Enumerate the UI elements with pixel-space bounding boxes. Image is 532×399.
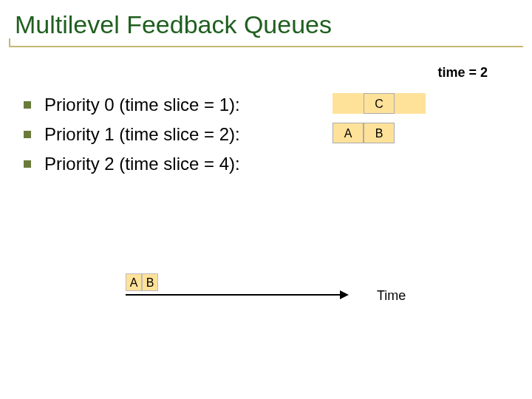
timeline-cell: A: [126, 273, 142, 291]
queue-cell: A: [332, 123, 364, 143]
timeline-cell: B: [142, 273, 158, 291]
timeline-axis-label: Time: [377, 288, 406, 304]
bullet-icon: [24, 131, 31, 138]
slide: Multilevel Feedback Queues time = 2 Prio…: [0, 0, 532, 399]
bullet-icon: [24, 101, 31, 109]
bullet-text: Priority 1 (time slice = 2):: [44, 124, 240, 145]
title-rule: [9, 46, 523, 47]
bullet-text: Priority 2 (time slice = 4):: [44, 154, 240, 174]
timeline-boxes: AB: [126, 273, 347, 293]
timeline: AB: [126, 273, 347, 296]
timeline-axis: [126, 294, 347, 296]
bullet-item-p2: Priority 2 (time slice = 4):: [24, 149, 240, 179]
bullet-text: Priority 0 (time slice = 1):: [44, 95, 240, 115]
bullet-icon: [24, 160, 31, 168]
time-indicator: time = 2: [437, 65, 488, 81]
bullet-item-p0: Priority 0 (time slice = 1):: [24, 90, 240, 120]
queue-cell: [332, 93, 364, 114]
queue-cell: C: [364, 93, 395, 114]
arrow-right-icon: [340, 290, 349, 299]
bullet-item-p1: Priority 1 (time slice = 2):: [24, 120, 240, 149]
bullet-list: Priority 0 (time slice = 1): Priority 1 …: [24, 90, 240, 179]
slide-title: Multilevel Feedback Queues: [15, 10, 332, 39]
queue-cell: B: [364, 123, 395, 143]
title-rule-tick: [9, 38, 10, 46]
queue-cell: [395, 93, 426, 114]
